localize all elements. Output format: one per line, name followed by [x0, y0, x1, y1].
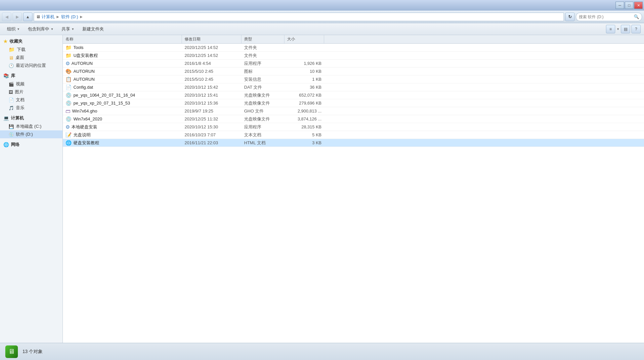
file-size-cell: 2,900,813 ... — [284, 109, 324, 113]
preview-pane-button[interactable]: ▤ — [621, 25, 630, 33]
sidebar-item-pictures[interactable]: 🖼 图片 — [0, 88, 63, 96]
table-row[interactable]: 💿 pe_yqs_1064_20_07_31_16_04 2020/10/12 … — [63, 91, 644, 99]
table-row[interactable]: 📄 Config.dat 2020/10/12 15:42 DAT 文件 36 … — [63, 83, 644, 91]
file-date-cell: 2020/12/25 14:52 — [182, 45, 241, 50]
breadcrumb: 🖥 计算机 ▶ 软件 (D:) ▶ — [34, 13, 564, 21]
file-name-cell: 📝 光盘说明 — [63, 132, 182, 138]
table-row[interactable]: 🌐 硬盘安装教程 2016/11/21 22:03 HTML 文档 3 KB — [63, 139, 644, 147]
file-name: AUTORUN — [71, 61, 93, 66]
file-name-cell: 🗃 Win7x64.gho — [63, 108, 182, 114]
maximize-button[interactable]: □ — [625, 2, 633, 9]
file-icon: 📋 — [65, 76, 72, 82]
breadcrumb-computer[interactable]: 计算机 — [42, 14, 55, 20]
sidebar-item-d-drive[interactable]: 💿 软件 (D:) — [0, 130, 63, 138]
close-button[interactable]: ✕ — [634, 2, 643, 9]
file-type-cell: 文件夹 — [241, 45, 284, 51]
sidebar-item-label: 下载 — [17, 47, 25, 53]
file-size-cell: 3 KB — [284, 140, 324, 145]
file-size-cell: 1 KB — [284, 77, 324, 82]
file-date-cell: 2016/1/8 4:54 — [182, 61, 241, 66]
sidebar-computer-label: 计算机 — [11, 115, 24, 121]
sidebar-item-video[interactable]: 🎬 视频 — [0, 80, 63, 88]
table-row[interactable]: 🗃 Win7x64.gho 2019/9/7 19:25 GHO 文件 2,90… — [63, 107, 644, 115]
help-button[interactable]: ? — [631, 25, 641, 33]
file-icon: 📁 — [65, 45, 72, 51]
file-name: Win7x64.gho — [72, 109, 97, 113]
refresh-button[interactable]: ↻ — [565, 13, 575, 21]
search-input[interactable] — [579, 15, 632, 19]
col-header-type[interactable]: 类型 — [241, 35, 284, 43]
file-type-cell: 应用程序 — [241, 124, 284, 130]
sidebar-library-header[interactable]: 📚 库 — [0, 71, 63, 80]
sidebar: ★ 收藏夹 📁 下载 🖥 桌面 🕐 最近访问的位置 📚 库 🎬 — [0, 35, 63, 343]
video-icon: 🎬 — [9, 82, 14, 87]
table-row[interactable]: 💿 pe_yqs_xp_20_07_31_15_53 2020/10/12 15… — [63, 99, 644, 107]
sidebar-item-documents[interactable]: 📄 文档 — [0, 96, 63, 104]
file-name-cell: ⚙ AUTORUN — [63, 61, 182, 67]
table-row[interactable]: 📋 AUTORUN 2015/5/10 2:45 安装信息 1 KB — [63, 75, 644, 83]
favorites-icon: ★ — [3, 39, 8, 44]
sidebar-computer-header[interactable]: 💻 计算机 — [0, 114, 63, 122]
table-row[interactable]: ⚙ 本地硬盘安装 2020/10/12 15:30 应用程序 28,315 KB — [63, 123, 644, 131]
sidebar-item-downloads[interactable]: 📁 下载 — [0, 46, 63, 54]
minimize-button[interactable]: ─ — [616, 2, 624, 9]
file-icon: 📝 — [65, 132, 72, 138]
new-folder-button[interactable]: 新建文件夹 — [79, 24, 107, 34]
documents-icon: 📄 — [9, 98, 14, 103]
file-list: 📁 Tools 2020/12/25 14:52 文件夹 📁 U盘安装教程 20… — [63, 44, 644, 343]
file-type-cell: GHO 文件 — [241, 108, 284, 114]
table-row[interactable]: 🎨 AUTORUN 2015/5/10 2:45 图标 10 KB — [63, 68, 644, 75]
file-date-cell: 2020/10/12 15:36 — [182, 101, 241, 106]
sidebar-item-label: 最近访问的位置 — [16, 63, 46, 68]
table-row[interactable]: 📁 Tools 2020/12/25 14:52 文件夹 — [63, 44, 644, 52]
forward-button[interactable]: ▶ — [13, 13, 22, 21]
toolbar: 组织 ▼ 包含到库中 ▼ 共享 ▼ 新建文件夹 ≡ ▼ ▤ ? — [0, 23, 644, 35]
sidebar-favorites-header[interactable]: ★ 收藏夹 — [0, 37, 63, 46]
sidebar-item-recent[interactable]: 🕐 最近访问的位置 — [0, 62, 63, 69]
file-date-cell: 2020/12/25 14:52 — [182, 53, 241, 58]
table-row[interactable]: 📁 U盘安装教程 2020/12/25 14:52 文件夹 — [63, 52, 644, 60]
table-row[interactable]: ⚙ AUTORUN 2016/1/8 4:54 应用程序 1,926 KB — [63, 60, 644, 68]
view-options-button[interactable]: ≡ — [606, 25, 615, 33]
file-date-cell: 2020/12/25 11:32 — [182, 116, 241, 121]
share-dropdown-arrow: ▼ — [71, 27, 74, 31]
sidebar-item-label: 图片 — [15, 89, 23, 95]
file-size-cell: 10 KB — [284, 69, 324, 74]
sidebar-item-desktop[interactable]: 🖥 桌面 — [0, 54, 63, 62]
pictures-icon: 🖼 — [9, 90, 13, 95]
col-header-date[interactable]: 修改日期 — [182, 35, 241, 43]
file-type-cell: 文本文档 — [241, 132, 284, 138]
up-button[interactable]: ▲ — [23, 13, 32, 21]
file-name: U盘安装教程 — [73, 53, 98, 59]
col-header-size[interactable]: 大小 — [284, 35, 324, 43]
back-button[interactable]: ◀ — [2, 13, 11, 21]
col-header-name[interactable]: 名称 — [63, 35, 182, 43]
file-size-cell: 5 KB — [284, 132, 324, 137]
sidebar-item-music[interactable]: 🎵 音乐 — [0, 104, 63, 112]
sidebar-library-section: 📚 库 🎬 视频 🖼 图片 📄 文档 🎵 音乐 — [0, 71, 63, 112]
sidebar-item-c-drive[interactable]: 💾 本地磁盘 (C:) — [0, 122, 63, 130]
table-row[interactable]: 📝 光盘说明 2016/10/23 7:07 文本文档 5 KB — [63, 131, 644, 139]
file-icon: 📄 — [65, 84, 72, 90]
table-row[interactable]: 💿 Win7x64_2020 2020/12/25 11:32 光盘映像文件 3… — [63, 115, 644, 123]
desktop-icon: 🖥 — [9, 55, 14, 61]
breadcrumb-drive[interactable]: 软件 (D:) — [61, 14, 78, 20]
status-app-icon: 🖥 — [5, 345, 18, 358]
d-drive-icon: 💿 — [9, 132, 14, 137]
file-name-cell: 💿 pe_yqs_1064_20_07_31_16_04 — [63, 92, 182, 98]
folder-icon: 📁 — [9, 47, 15, 53]
sidebar-item-label: 文档 — [16, 97, 24, 103]
file-type-cell: 安装信息 — [241, 76, 284, 82]
file-type-cell: 应用程序 — [241, 61, 284, 67]
file-type-cell: 光盘映像文件 — [241, 100, 284, 106]
search-box: 🔍 — [576, 13, 642, 21]
share-button[interactable]: 共享 ▼ — [58, 24, 78, 34]
search-icon: 🔍 — [634, 14, 639, 19]
sidebar-library-label: 库 — [11, 73, 15, 79]
file-name: 本地硬盘安装 — [71, 124, 97, 130]
include-library-button[interactable]: 包含到库中 ▼ — [24, 24, 57, 34]
sidebar-item-label: 桌面 — [16, 55, 24, 61]
file-name-cell: 🎨 AUTORUN — [63, 68, 182, 74]
organize-button[interactable]: 组织 ▼ — [3, 24, 23, 34]
sidebar-network-header[interactable]: 🌐 网络 — [0, 140, 63, 149]
